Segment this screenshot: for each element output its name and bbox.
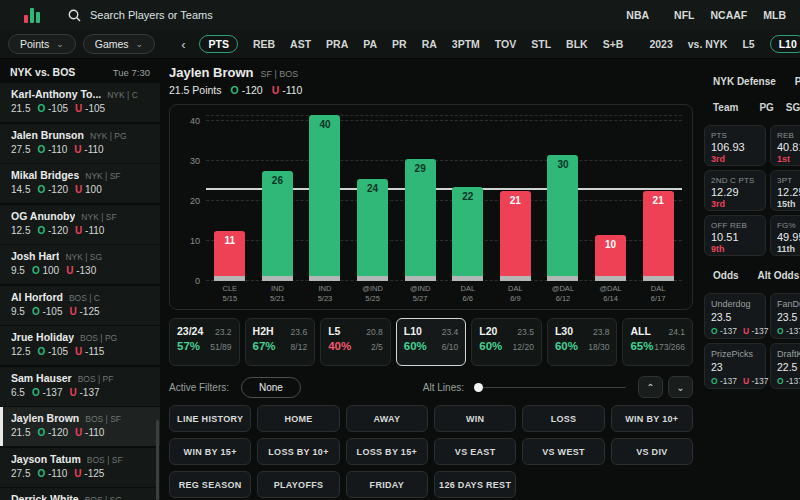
split-hit-rate: 40% xyxy=(328,340,351,352)
filter-button-win-by-10[interactable]: WIN BY 10+ xyxy=(611,405,693,432)
search-input[interactable]: Search Players or Teams xyxy=(90,9,213,21)
league-tab-nba[interactable]: NBA xyxy=(617,7,658,23)
book-card-prizepicks[interactable]: PrizePicks23O -137U -137 xyxy=(704,343,766,389)
stat-chip-3ptm[interactable]: 3PTM xyxy=(452,38,480,50)
odds-tab-odds-0[interactable]: Odds xyxy=(704,268,748,283)
chart-bar-5[interactable]: 22 xyxy=(452,187,483,281)
book-name: PrizePicks xyxy=(711,349,759,359)
chart-bar-7[interactable]: 30 xyxy=(547,155,578,281)
stat-chip-ra[interactable]: RA xyxy=(422,38,437,50)
games-dropdown[interactable]: Games ⌄ xyxy=(83,34,155,54)
sidebar-scrollbar[interactable] xyxy=(156,420,159,500)
chart-bar-9[interactable]: 21 xyxy=(643,191,674,281)
split-card-l20[interactable]: L2023.560%12/20 xyxy=(471,318,542,366)
filter-button-126-days-rest[interactable]: 126 DAYS REST xyxy=(434,471,516,498)
stat-dropdown[interactable]: Points ⌄ xyxy=(8,34,76,54)
chart-bar-6[interactable]: 21 xyxy=(500,191,531,281)
stat-chip-blk[interactable]: BLK xyxy=(566,38,588,50)
filter-button-vs-div[interactable]: VS DIV xyxy=(611,438,693,465)
chart-bar-1[interactable]: 26 xyxy=(262,171,293,281)
under-odds: U -110 xyxy=(272,84,303,96)
range-chip-2023[interactable]: 2023 xyxy=(649,38,672,50)
position-tab-team[interactable]: Team xyxy=(704,100,747,115)
defense-tab-projections[interactable]: Projections xyxy=(795,76,800,87)
chart-bar-2[interactable]: 40 xyxy=(309,115,340,281)
chart-bar-8[interactable]: 10 xyxy=(595,235,626,281)
filter-button-line-history[interactable]: LINE HISTORY xyxy=(169,405,251,432)
chart-bar-0[interactable]: 11 xyxy=(214,231,245,281)
filter-button-reg-season[interactable]: REG SEASON xyxy=(169,471,251,498)
book-card-underdog[interactable]: Underdog23.5O -137U -137 xyxy=(704,293,766,339)
stat-value: 12.29 xyxy=(711,186,759,198)
chips-scroll-left-icon[interactable]: ‹ xyxy=(181,37,185,52)
stat-chip-stl[interactable]: STL xyxy=(531,38,551,50)
league-tab-ncaaf[interactable]: NCAAF xyxy=(711,9,748,21)
filter-button-loss-by-15[interactable]: LOSS BY 15+ xyxy=(346,438,428,465)
player-line: 14.5 xyxy=(11,184,30,195)
stat-chip-pra[interactable]: PRA xyxy=(326,38,348,50)
line-down-button[interactable]: ⌄ xyxy=(668,376,693,398)
split-card-23-24[interactable]: 23/2423.257%51/89 xyxy=(169,318,240,366)
player-list-item-jayson-tatum[interactable]: Jayson TatumBOS | SF27.5O -110U -125 xyxy=(0,448,160,487)
filter-button-playoffs[interactable]: PLAYOFFS xyxy=(257,471,339,498)
stat-value: 106.93 xyxy=(711,141,759,153)
stat-chip-tov[interactable]: TOV xyxy=(495,38,516,50)
player-list-item-derrick-white[interactable]: Derrick WhiteBOS | SG12.5O -110U -110 xyxy=(0,488,160,500)
player-list-item-mikal-bridges[interactable]: Mikal BridgesNYK | SF14.5O -120U 100 xyxy=(0,164,160,203)
x-tick-label: DAL6/17 xyxy=(643,284,674,305)
player-name: Karl-Anthony To... xyxy=(11,88,101,100)
player-list-item-jaylen-brown[interactable]: Jaylen BrownBOS | SF21.5O -120U -110 xyxy=(0,407,160,446)
position-tab-pg[interactable]: PG xyxy=(759,102,773,113)
player-list-item-og-anunoby[interactable]: OG AnunobyNYK | SF12.5O -120U -110 xyxy=(0,205,160,244)
defense-stats: PTS106.933rdREB40.811st2ND C PTS12.293rd… xyxy=(704,125,800,256)
player-list-item-karl-anthony-to[interactable]: Karl-Anthony To...NYK | C21.5O -105U -10… xyxy=(0,83,160,122)
search-bar[interactable]: Search Players or Teams xyxy=(68,9,213,22)
filter-button-loss[interactable]: LOSS xyxy=(522,405,604,432)
filter-button-vs-west[interactable]: VS WEST xyxy=(522,438,604,465)
range-chip-l10[interactable]: L10 xyxy=(770,35,800,53)
book-over-odds: O -137 xyxy=(711,326,737,336)
bar-value-label: 21 xyxy=(653,195,664,281)
player-list-item-josh-hart[interactable]: Josh HartNYK | SG9.5O 100U -130 xyxy=(0,245,160,284)
filter-button-friday[interactable]: FRIDAY xyxy=(346,471,428,498)
book-line: 23.5 xyxy=(777,311,800,323)
filter-button-vs-east[interactable]: VS EAST xyxy=(434,438,516,465)
split-card-h2h[interactable]: H2H23.667%8/12 xyxy=(245,318,316,366)
split-card-l30[interactable]: L3023.860%18/30 xyxy=(547,318,618,366)
stat-chip-pa[interactable]: PA xyxy=(363,38,377,50)
filter-button-home[interactable]: HOME xyxy=(257,405,339,432)
stat-chip-pts[interactable]: PTS xyxy=(199,35,237,53)
odds-tab-alt-odds-1[interactable]: Alt Odds xyxy=(758,270,800,281)
line-up-button[interactable]: ⌃ xyxy=(638,376,663,398)
league-tab-mlb[interactable]: MLB xyxy=(763,9,786,21)
position-tab-sg[interactable]: SG xyxy=(786,102,800,113)
filter-button-away[interactable]: AWAY xyxy=(346,405,428,432)
split-card-l10[interactable]: L1023.460%6/10 xyxy=(396,318,467,366)
alt-lines-slider[interactable] xyxy=(474,382,626,392)
player-list-item-al-horford[interactable]: Al HorfordBOS | C9.5O -105U -125 xyxy=(0,286,160,325)
stat-chip-s-b[interactable]: S+B xyxy=(603,38,624,50)
filter-button-win[interactable]: WIN xyxy=(434,405,516,432)
active-filters-none-button[interactable]: None xyxy=(241,377,301,398)
app-logo-icon[interactable] xyxy=(24,8,40,23)
league-tab-nfl[interactable]: NFL xyxy=(674,9,694,21)
split-card-l5[interactable]: L520.840%2/5 xyxy=(320,318,391,366)
range-chip-l5[interactable]: L5 xyxy=(742,38,754,50)
chart-bar-4[interactable]: 29 xyxy=(405,159,436,281)
player-list-item-jalen-brunson[interactable]: Jalen BrunsonNYK | PG27.5O -110U -110 xyxy=(0,124,160,163)
player-list-item-sam-hauser[interactable]: Sam HauserBOS | PF6.5O -137U -137 xyxy=(0,367,160,406)
split-card-all[interactable]: ALL24.165%173/266 xyxy=(622,318,693,366)
book-card-draftkings[interactable]: DraftKings22.5O -137U -137 xyxy=(770,343,800,389)
player-name: Al Horford xyxy=(11,291,63,303)
player-list-item-jrue-holiday[interactable]: Jrue HolidayBOS | PG12.5O -105U -115 xyxy=(0,326,160,365)
chart-bar-3[interactable]: 24 xyxy=(357,179,388,281)
book-card-fanduel[interactable]: FanDuel23.5O -137U -137 xyxy=(770,293,800,339)
stat-chip-ast[interactable]: AST xyxy=(290,38,311,50)
range-chip-vs-nyk[interactable]: vs. NYK xyxy=(688,38,728,50)
stat-chip-reb[interactable]: REB xyxy=(253,38,275,50)
stat-chip-pr[interactable]: PR xyxy=(392,38,407,50)
defense-tab-nyk-defense[interactable]: NYK Defense xyxy=(704,74,785,89)
filter-button-loss-by-10[interactable]: LOSS BY 10+ xyxy=(257,438,339,465)
slider-knob[interactable] xyxy=(474,383,483,392)
filter-button-win-by-15[interactable]: WIN BY 15+ xyxy=(169,438,251,465)
